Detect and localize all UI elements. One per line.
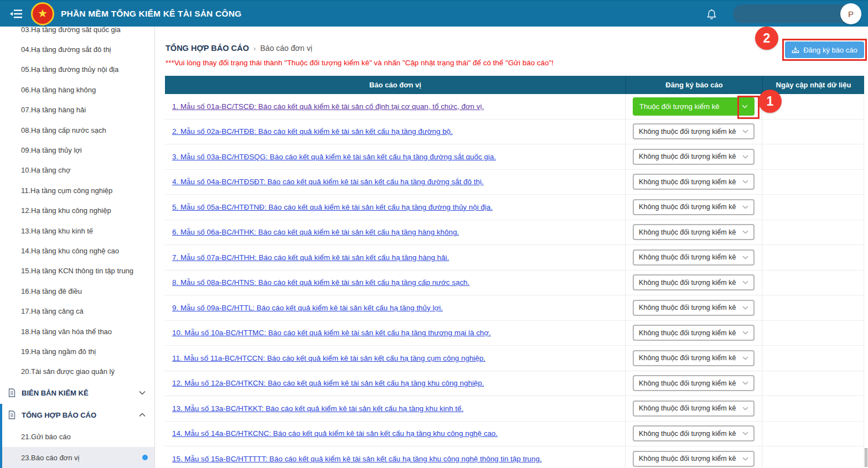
sidebar-item[interactable]: 20.Tài sản được giao quản lý xyxy=(0,362,154,382)
table-row: 8. Mẫu số 08a-BC/HTNS: Báo cáo kết quả k… xyxy=(165,271,864,296)
status-select[interactable]: Không thuộc đối tượng kiểm kê xyxy=(633,274,755,290)
report-link[interactable]: 12. Mẫu số 12a-BC/HTKCN: Báo cáo kết quả… xyxy=(172,379,484,387)
status-select-value: Không thuộc đối tượng kiểm kê xyxy=(639,329,736,337)
star-icon: ★ xyxy=(38,8,48,19)
updated-date-cell xyxy=(762,271,864,295)
avatar[interactable]: P xyxy=(840,3,861,24)
chevron-down-icon xyxy=(742,280,748,284)
sidebar-item[interactable]: 17.Hạ tầng cảng cá xyxy=(0,301,154,321)
sidebar-item[interactable]: 13.Hạ tầng khu kinh tế xyxy=(0,221,154,241)
status-select[interactable]: Không thuộc đối tượng kiểm kê xyxy=(633,451,755,467)
status-select-value: Không thuộc đối tượng kiểm kê xyxy=(639,354,736,362)
status-cell: Không thuộc đối tượng kiểm kê xyxy=(626,245,762,270)
table-row: 9. Mẫu số 09a-BC/HTTL: Báo cáo kết quả k… xyxy=(165,295,864,321)
chevron-down-icon xyxy=(742,331,748,335)
status-select[interactable]: Không thuộc đối tượng kiểm kê xyxy=(633,224,755,240)
user-area: P xyxy=(733,3,861,24)
table-header: Báo cáo đơn vị Đăng ký báo cáo Ngày cập … xyxy=(165,76,864,94)
status-select[interactable]: Không thuộc đối tượng kiểm kê xyxy=(633,350,755,366)
table-row: 7. Mẫu số 07a-BC/HTHH: Báo cáo kết quả k… xyxy=(165,245,864,271)
column-header-bao-cao-don-vi: Báo cáo đơn vị xyxy=(165,76,626,94)
status-cell: Không thuộc đối tượng kiểm kê xyxy=(626,271,762,295)
warning-text: ***Vui lòng thay đổi trạng thái thành "T… xyxy=(166,59,554,67)
sidebar-item[interactable]: 14.Hạ tầng khu công nghệ cao xyxy=(0,241,154,261)
report-cell: 7. Mẫu số 07a-BC/HTHH: Báo cáo kết quả k… xyxy=(165,245,626,270)
sidebar-section-bien-ban-kiem-ke[interactable]: BIÊN BẢN KIỂM KÊ xyxy=(0,382,154,404)
sidebar-item[interactable]: 19.Hạ tầng ngầm đô thị xyxy=(0,341,154,361)
status-select[interactable]: Không thuộc đối tượng kiểm kê xyxy=(633,325,755,341)
report-link[interactable]: 8. Mẫu số 08a-BC/HTNS: Báo cáo kết quả k… xyxy=(172,278,469,287)
updated-date-cell xyxy=(762,371,864,396)
report-link[interactable]: 3. Mẫu số 03a-BC/HTĐSQG: Báo cáo kết quả… xyxy=(172,153,496,161)
sidebar-item[interactable]: 06.Hạ tầng hàng không xyxy=(0,80,154,100)
sidebar-item[interactable]: 11.Hạ tầng cụm công nghiệp xyxy=(0,180,154,200)
status-cell: Không thuộc đối tượng kiểm kê xyxy=(626,396,762,421)
sidebar-section-label: TỔNG HỢP BÁO CÁO xyxy=(22,411,96,419)
breadcrumb-section[interactable]: TỔNG HỢP BÁO CÁO xyxy=(166,44,249,53)
status-select[interactable]: Thuộc đối tượng kiểm kê xyxy=(633,97,755,116)
chevron-down-icon xyxy=(139,391,146,395)
chevron-down-icon xyxy=(742,407,748,410)
status-select[interactable]: Không thuộc đối tượng kiểm kê xyxy=(633,375,755,391)
sidebar-item-gui-bao-cao[interactable]: 21.Gửi báo cáo xyxy=(2,426,154,447)
report-link[interactable]: 15. Mẫu số 15a-BC/HTTTTT: Báo cáo kết qu… xyxy=(172,455,542,463)
status-select[interactable]: Không thuộc đối tượng kiểm kê xyxy=(633,425,755,441)
sidebar-item-bao-cao-don-vi[interactable]: 23.Báo cáo đơn vị xyxy=(2,447,154,468)
main-content: TỔNG HỢP BÁO CÁO › Báo cáo đơn vị ***Vui… xyxy=(155,27,868,468)
status-select[interactable]: Không thuộc đối tượng kiểm kê xyxy=(633,300,755,316)
report-link[interactable]: 5. Mẫu số 05a-BC/HTĐTNĐ: Báo cáo kết quả… xyxy=(172,203,493,211)
sidebar-group-tong-hop-bao-cao: TỔNG HỢP BÁO CÁO 21.Gửi báo cáo 23.Báo c… xyxy=(0,404,154,468)
report-link[interactable]: 10. Mẫu số 10a-BC/HTTMC: Báo cáo kết quả… xyxy=(172,329,491,337)
sidebar-item[interactable]: 07.Hạ tầng hàng hải xyxy=(0,100,154,120)
status-select[interactable]: Không thuộc đối tượng kiểm kê xyxy=(633,249,755,266)
report-link[interactable]: 1. Mẫu số 01a-BC/TSCĐ: Báo cáo kết quả k… xyxy=(172,102,484,111)
report-cell: 14. Mẫu số 14a-BC/HTKCNC: Báo cáo kết qu… xyxy=(165,422,626,446)
status-select[interactable]: Không thuộc đối tượng kiểm kê xyxy=(633,174,755,190)
status-select[interactable]: Không thuộc đối tượng kiểm kê xyxy=(633,199,755,215)
updated-date-cell xyxy=(762,446,864,468)
status-select[interactable]: Không thuộc đối tượng kiểm kê xyxy=(633,401,755,417)
chevron-down-icon xyxy=(742,381,748,385)
status-select-value: Không thuộc đối tượng kiểm kê xyxy=(639,404,736,412)
table-row: 15. Mẫu số 15a-BC/HTTTTT: Báo cáo kết qu… xyxy=(165,446,864,468)
vertical-scrollbar-thumb[interactable] xyxy=(865,448,867,467)
report-cell: 8. Mẫu số 08a-BC/HTNS: Báo cáo kết quả k… xyxy=(165,271,626,295)
report-link[interactable]: 14. Mẫu số 14a-BC/HTKCNC: Báo cáo kết qu… xyxy=(172,429,498,438)
status-select[interactable]: Không thuộc đối tượng kiểm kê xyxy=(633,149,755,165)
updated-date-cell xyxy=(762,245,864,270)
sidebar-item[interactable]: 05.Hạ tầng đường thủy nội địa xyxy=(0,60,154,80)
sidebar-item[interactable]: 15.Hạ tầng KCN thông tin tập trung xyxy=(0,261,154,281)
chevron-down-icon xyxy=(742,256,748,259)
user-name-pill[interactable] xyxy=(733,4,852,23)
menu-fold-icon[interactable] xyxy=(10,9,23,19)
report-cell: 12. Mẫu số 12a-BC/HTKCN: Báo cáo kết quả… xyxy=(165,371,626,396)
status-select-value: Không thuộc đối tượng kiểm kê xyxy=(639,203,736,211)
sidebar-item[interactable]: 08.Hạ tầng cấp nước sạch xyxy=(0,120,154,140)
sidebar-item-list: 04.Hạ tầng đường sắt đô thị05.Hạ tầng đư… xyxy=(0,39,154,382)
sidebar-section-tong-hop-bao-cao[interactable]: TỔNG HỢP BÁO CÁO xyxy=(2,404,154,426)
table-row: 2. Mẫu số 02a-BC/HTĐB: Báo cáo kết quả k… xyxy=(165,119,864,145)
report-link[interactable]: 9. Mẫu số 09a-BC/HTTL: Báo cáo kết quả k… xyxy=(172,304,443,312)
status-select[interactable]: Không thuộc đối tượng kiểm kê xyxy=(633,123,755,139)
report-cell: 6. Mẫu số 06a-BC/HTHK: Báo cáo kết quả k… xyxy=(165,220,626,245)
report-link[interactable]: 4. Mẫu số 04a-BC/HTĐSĐT: Báo cáo kết quả… xyxy=(172,178,484,186)
report-link[interactable]: 2. Mẫu số 02a-BC/HTĐB: Báo cáo kết quả k… xyxy=(172,127,453,136)
report-link[interactable]: 11. Mẫu số 11a-BC/HTCCN: Báo cáo kết quả… xyxy=(172,354,485,362)
sidebar-item[interactable]: 09.Hạ tầng thủy lợi xyxy=(0,140,154,160)
report-link[interactable]: 6. Mẫu số 06a-BC/HTHK: Báo cáo kết quả k… xyxy=(172,228,459,236)
report-link[interactable]: 7. Mẫu số 07a-BC/HTHH: Báo cáo kết quả k… xyxy=(172,253,449,262)
sidebar-item[interactable]: 10.Hạ tầng chợ xyxy=(0,160,154,180)
sidebar-item[interactable]: 12.Hạ tầng khu công nghiệp xyxy=(0,201,154,221)
report-cell: 11. Mẫu số 11a-BC/HTCCN: Báo cáo kết quả… xyxy=(165,346,626,371)
annotation-step-1: 1 xyxy=(758,90,782,113)
notification-bell-icon[interactable] xyxy=(706,8,717,20)
chevron-down-icon xyxy=(742,306,748,310)
report-link[interactable]: 13. Mẫu số 13a-BC/HTKKT: Báo cáo kết quả… xyxy=(172,404,463,413)
sidebar-item[interactable]: 16.Hạ tầng đê điều xyxy=(0,281,154,301)
updated-date-cell xyxy=(762,220,864,245)
register-report-button[interactable]: Đăng ký báo cáo xyxy=(785,41,864,58)
chevron-down-icon xyxy=(742,356,748,360)
sidebar-item[interactable]: 18.Hạ tầng văn hóa thể thao xyxy=(0,321,154,341)
sidebar-item-clipped[interactable]: 03.Hạ tầng đường sắt quốc gia xyxy=(0,27,154,39)
sidebar-item[interactable]: 04.Hạ tầng đường sắt đô thị xyxy=(0,39,154,59)
